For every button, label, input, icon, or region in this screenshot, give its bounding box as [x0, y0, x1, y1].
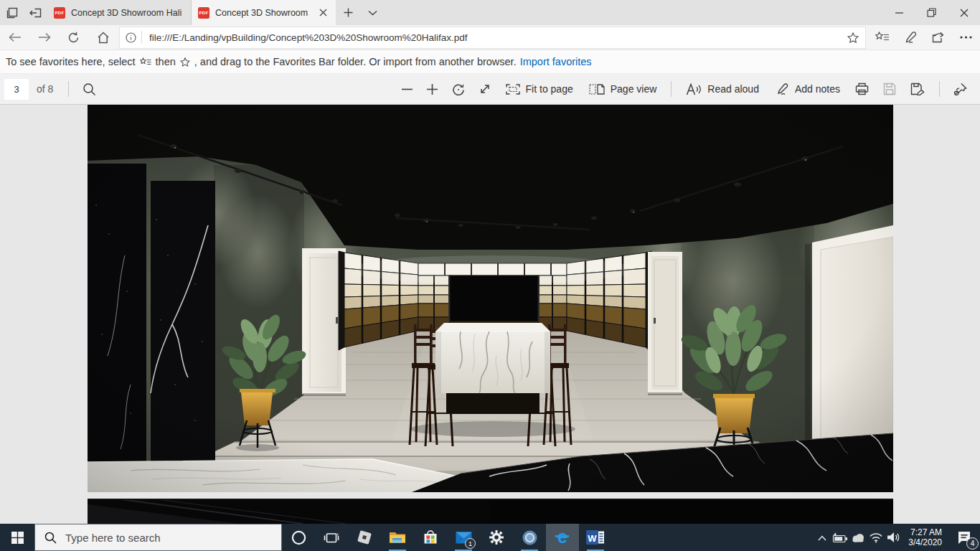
rotate-icon[interactable] [445, 74, 472, 104]
pin-toolbar-icon[interactable] [946, 74, 974, 104]
divider [68, 81, 69, 97]
tray-show-hidden-icons-chevron[interactable] [813, 524, 831, 551]
refresh-button[interactable] [59, 25, 88, 50]
taskbar-app-mail-icon[interactable]: 1 [447, 524, 480, 551]
web-note-pen-icon[interactable] [896, 25, 924, 50]
fit-to-page-label: Fit to page [526, 83, 573, 95]
taskbar-app-settings-icon[interactable] [480, 524, 513, 551]
taskbar-app-chromium-icon[interactable] [513, 524, 546, 551]
favorites-hub-icon[interactable] [868, 25, 896, 50]
page-count-label: of 8 [37, 83, 53, 95]
fit-to-page-button[interactable]: Fit to page [498, 74, 581, 104]
tab-preview-chevron-icon[interactable] [360, 0, 385, 25]
start-button[interactable] [0, 524, 34, 551]
print-icon[interactable] [848, 74, 876, 104]
tab-title: Concept 3D Showroom Hali [71, 8, 184, 18]
taskbar-app-file-explorer-icon[interactable] [381, 524, 414, 551]
add-notes-label: Add notes [795, 83, 840, 95]
pdf-toolbar: of 8 Fit to page Page view Read aloud Ad… [0, 74, 980, 105]
pdf-page-4-edge [88, 499, 893, 524]
tab-concept-3d-showroom-1[interactable]: PDF Concept 3D Showroom Hali [47, 0, 192, 25]
tabs-set-aside-panel-icon[interactable] [0, 0, 24, 25]
taskbar-clock[interactable]: 7:27 AM 3/4/2020 [908, 527, 942, 547]
system-tray: 7:27 AM 3/4/2020 4 [813, 524, 980, 551]
tab-title: Concept 3D Showroom [215, 8, 311, 18]
address-divider [141, 31, 142, 44]
volume-icon[interactable] [885, 524, 903, 551]
favorites-hub-inline-icon [140, 57, 151, 67]
import-favorites-link[interactable]: Import favorites [520, 56, 592, 67]
taskbar-search-box[interactable] [34, 524, 282, 551]
svg-text:W: W [588, 533, 597, 544]
favorites-bar-message: To see favorites here, select then , and… [0, 50, 980, 74]
minimize-button[interactable] [883, 0, 915, 25]
favbar-text-3: , and drag to the Favorites Bar folder. … [194, 56, 517, 67]
star-inline-icon [180, 57, 190, 67]
window-controls [883, 0, 980, 25]
home-button[interactable] [88, 25, 118, 50]
showroom-render [88, 105, 893, 492]
info-icon[interactable] [126, 32, 136, 43]
add-favorite-star-icon[interactable] [842, 28, 864, 47]
fullscreen-icon[interactable] [472, 74, 498, 104]
find-in-document-icon[interactable] [75, 74, 103, 104]
browser-tab-bar: PDF Concept 3D Showroom Hali PDF Concept… [0, 0, 980, 25]
tab-concept-3d-showroom-2[interactable]: PDF Concept 3D Showroom [192, 0, 336, 25]
address-bar[interactable] [119, 27, 866, 49]
back-button[interactable] [0, 25, 29, 50]
zoom-out-icon[interactable] [395, 74, 420, 104]
read-aloud-label: Read aloud [707, 83, 759, 95]
clock-time: 7:27 AM [908, 527, 942, 537]
pdf-content-area[interactable] [0, 105, 980, 524]
tab-close-icon[interactable] [316, 6, 329, 19]
zoom-in-icon[interactable] [420, 74, 445, 104]
add-notes-button[interactable]: Add notes [767, 74, 848, 104]
mail-badge: 1 [465, 538, 476, 549]
clock-date: 3/4/2020 [908, 537, 942, 547]
search-icon [44, 532, 57, 544]
restore-button[interactable] [915, 0, 948, 25]
pdf-file-icon: PDF [54, 7, 65, 19]
taskbar-app-store-icon[interactable] [414, 524, 447, 551]
vignette [88, 105, 893, 492]
task-view-button[interactable] [315, 524, 348, 551]
taskbar-search-input[interactable] [64, 531, 239, 545]
battery-icon[interactable] [831, 524, 849, 551]
divider [939, 81, 940, 97]
windows-taskbar: 1 e W 7:27 AM 3/4/2020 4 [0, 524, 980, 551]
divider [671, 81, 672, 97]
onedrive-cloud-icon[interactable] [849, 524, 867, 551]
taskbar-app-roblox-icon[interactable] [348, 524, 381, 551]
action-center-icon[interactable]: 4 [948, 524, 980, 551]
favbar-text-2: then [156, 56, 176, 67]
page-view-label: Page view [611, 83, 657, 95]
page-number-input[interactable] [4, 79, 29, 100]
action-center-badge: 4 [966, 537, 979, 550]
taskbar-app-edge-icon[interactable]: e [546, 524, 579, 551]
page-view-button[interactable]: Page view [581, 74, 665, 104]
read-aloud-button[interactable]: Read aloud [678, 74, 767, 104]
save-icon[interactable] [876, 74, 903, 104]
wifi-icon[interactable] [867, 524, 885, 551]
pdf-file-icon: PDF [198, 7, 209, 19]
taskbar-app-word-icon[interactable]: W [579, 524, 612, 551]
settings-more-icon[interactable] [952, 25, 980, 50]
browser-nav-bar [0, 25, 980, 50]
pdf-page-3 [88, 105, 893, 492]
new-tab-button[interactable] [336, 0, 360, 25]
set-tabs-aside-icon[interactable] [24, 0, 47, 25]
save-as-icon[interactable] [903, 74, 933, 104]
close-button[interactable] [948, 0, 980, 25]
share-icon[interactable] [924, 25, 952, 50]
forward-button[interactable] [29, 25, 59, 50]
url-field[interactable] [148, 32, 842, 44]
cortana-button[interactable] [282, 524, 315, 551]
favbar-text-1: To see favorites here, select [6, 56, 136, 67]
nav-right-buttons [868, 25, 980, 50]
